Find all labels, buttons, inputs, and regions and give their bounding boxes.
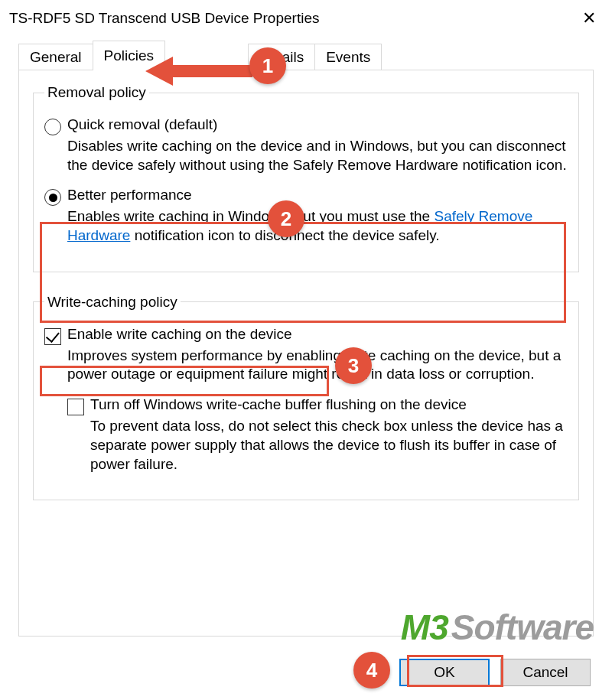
checkbox-icon <box>44 328 61 345</box>
watermark-m3: M3 <box>401 607 448 648</box>
group-write-caching-policy: Write-caching policy Enable write cachin… <box>33 294 579 500</box>
checkbox-icon <box>67 399 84 415</box>
watermark-soft: Software <box>451 607 594 648</box>
window-title: TS-RDF5 SD Transcend USB Device Properti… <box>9 10 574 27</box>
radio-better-performance-label: Better performance <box>67 187 192 203</box>
annotation-arrow-icon <box>145 52 252 90</box>
tab-general[interactable]: General <box>18 44 93 70</box>
checkbox-turn-off-flushing-label: Turn off Windows write-cache buffer flus… <box>90 396 467 413</box>
checkbox-enable-write-caching[interactable]: Enable write caching on the device <box>44 326 568 345</box>
ok-button[interactable]: OK <box>399 659 490 686</box>
watermark: M3 Software <box>401 607 594 648</box>
annotation-callout-1: 1 <box>249 47 286 84</box>
radio-better-performance-desc: Enables write caching in Windows, but yo… <box>67 207 568 245</box>
close-icon[interactable]: ✕ <box>574 3 604 34</box>
dialog-buttons: OK Cancel <box>399 659 591 686</box>
annotation-callout-2: 2 <box>268 200 304 237</box>
radio-quick-removal[interactable]: Quick removal (default) <box>44 116 568 135</box>
annotation-callout-3: 3 <box>335 347 372 384</box>
tabstrip: General Policies Details Events <box>18 41 594 70</box>
annotation-callout-4: 4 <box>353 652 390 689</box>
radio-quick-removal-label: Quick removal (default) <box>67 116 217 133</box>
tab-events[interactable]: Events <box>314 44 382 70</box>
group-removal-policy: Removal policy Quick removal (default) D… <box>33 84 579 272</box>
svg-marker-0 <box>145 57 252 86</box>
radio-quick-removal-desc: Disables write caching on the device and… <box>67 137 568 174</box>
group-removal-policy-legend: Removal policy <box>44 84 149 101</box>
tab-panel-policies: Removal policy Quick removal (default) D… <box>18 70 594 637</box>
desc-text: Enables write caching in Windows, but yo… <box>67 208 434 224</box>
cancel-button[interactable]: Cancel <box>500 659 591 686</box>
radio-better-performance[interactable]: Better performance <box>44 187 568 206</box>
checkbox-enable-write-caching-label: Enable write caching on the device <box>67 326 292 343</box>
radio-icon <box>44 119 61 135</box>
titlebar: TS-RDF5 SD Transcend USB Device Properti… <box>0 0 612 37</box>
properties-dialog: TS-RDF5 SD Transcend USB Device Properti… <box>0 0 612 700</box>
dialog-body: General Policies Details Events Removal … <box>0 37 612 646</box>
checkbox-enable-write-caching-desc: Improves system performance by enabling … <box>67 347 568 384</box>
radio-icon <box>44 189 61 206</box>
checkbox-turn-off-flushing-desc: To prevent data loss, do not select this… <box>90 417 568 474</box>
checkbox-turn-off-flushing[interactable]: Turn off Windows write-cache buffer flus… <box>67 396 568 415</box>
group-write-caching-policy-legend: Write-caching policy <box>44 294 181 311</box>
